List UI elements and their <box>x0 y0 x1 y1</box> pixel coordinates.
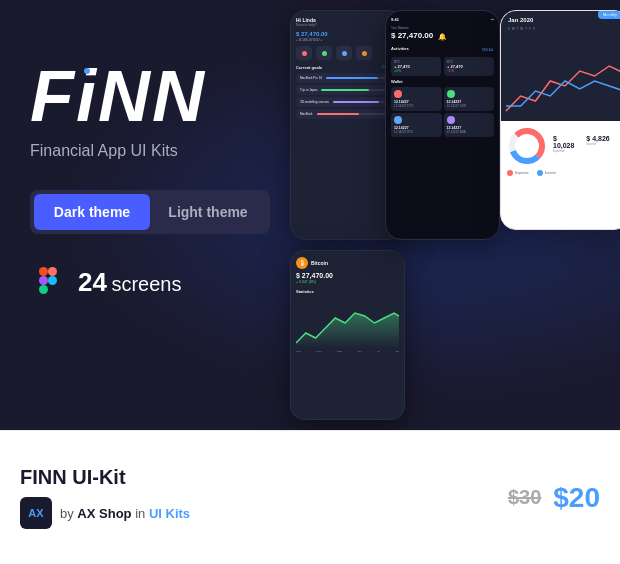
pd-goal-3: 3D modelling courses 88% <box>296 97 399 107</box>
pc-chart-area <box>501 51 620 121</box>
bitcoin-icon: ₿ <box>296 257 308 269</box>
ps-stat-title: Statistics <box>296 289 399 294</box>
bottom-left: FINN UI-Kit AX by AX Shop in UI Kits <box>20 466 508 529</box>
left-content: FiNN Financial App UI Kits Dark theme Li… <box>30 60 270 300</box>
new-price: $20 <box>553 482 600 514</box>
theme-toggle: Dark theme Light theme <box>30 190 270 234</box>
pd-tab-4[interactable] <box>356 46 372 60</box>
pd-goal-4: MacBook 62% <box>296 109 399 119</box>
pd-tab-3[interactable] <box>336 46 352 60</box>
phone-stats: ₿ Bitcoin $ 27,470.00 + 0.047 (0%) Stati… <box>290 250 405 420</box>
pl-activities-title: Activities <box>391 46 409 51</box>
ps-coin-row: ₿ Bitcoin <box>296 257 399 269</box>
ps-amount: $ 27,470.00 <box>296 272 399 279</box>
donut-chart <box>507 126 547 166</box>
expense-label: Expense <box>553 149 578 153</box>
phones-area: Hi Linda Need a help? $ 27,470.00 + $ 16… <box>290 0 620 430</box>
stats-chart-svg <box>296 298 399 348</box>
figma-icon <box>30 264 66 300</box>
pl-balance-label: Your Balance <box>391 26 494 30</box>
svg-rect-3 <box>39 285 48 294</box>
income-stat: $ 4,826 Income <box>586 135 611 153</box>
pl-time: 9:41 <box>391 17 399 22</box>
pl-wallet-grid: 12.14227 12.14227 ETH 12.14227 12.14227 … <box>391 87 494 137</box>
screens-count: 24 screens <box>78 267 181 298</box>
svg-point-4 <box>48 276 57 285</box>
dark-theme-button[interactable]: Dark theme <box>34 194 150 230</box>
pd-section-title: Current goals Completed <box>296 65 399 70</box>
bottom-right: $30 $20 <box>508 482 600 514</box>
phone-calendar: Jan 2020 Monthly S M T W T F S <box>500 10 620 230</box>
ps-change: + 0.047 (0%) <box>296 280 399 284</box>
svg-rect-2 <box>39 276 48 285</box>
svg-rect-0 <box>39 267 48 276</box>
pd-tab-1[interactable] <box>296 46 312 60</box>
bottom-section: FINN UI-Kit AX by AX Shop in UI Kits $30… <box>0 430 620 564</box>
ps-chart-area <box>296 298 399 348</box>
legend-income: Income <box>545 171 556 175</box>
author-row: AX by AX Shop in UI Kits <box>20 497 508 529</box>
pc-body: $ 10,028 Expense $ 4,826 Income Expense <box>501 121 620 181</box>
income-label: Income <box>586 142 611 146</box>
ps-coin-name: Bitcoin <box>311 260 328 266</box>
income-value: $ 4,826 <box>586 135 611 142</box>
author-text: by AX Shop in UI Kits <box>60 506 190 521</box>
product-title: FINN UI-Kit <box>20 466 508 489</box>
figma-row: 24 screens <box>30 264 270 300</box>
pd-tabs-row <box>296 46 399 60</box>
pl-balance: $ 27,470.00 <box>391 31 433 40</box>
old-price: $30 <box>508 486 541 509</box>
author-logo: AX <box>20 497 52 529</box>
pd-amount: $ 27,470.00 <box>296 31 399 37</box>
svg-rect-1 <box>48 267 57 276</box>
pl-see-all[interactable]: SEE ALL <box>482 48 494 52</box>
pl-status-bar: 9:41 ▪▪▪ <box>391 17 494 22</box>
light-theme-button[interactable]: Light theme <box>150 194 266 230</box>
logo-text: FiNN <box>30 60 270 132</box>
calendar-chart-svg <box>501 51 620 121</box>
top-section: FiNN Financial App UI Kits Dark theme Li… <box>0 0 620 430</box>
expense-value: $ 10,028 <box>553 135 578 149</box>
category-link[interactable]: UI Kits <box>149 506 190 521</box>
expense-stat: $ 10,028 Expense <box>553 135 578 153</box>
pd-goal-1: MacBook Pro 16 88% <box>296 73 399 83</box>
pl-wallet-1: 12.14227 12.14227 ETH <box>391 87 442 111</box>
pc-mode-btn[interactable]: Monthly <box>598 10 620 19</box>
legend-expense: Expense <box>515 171 529 175</box>
pl-crypto-1: BTC + 27,470 +0 % <box>391 57 441 76</box>
pd-subtext: Need a help? <box>296 23 317 27</box>
pl-wallet-2: 12.14227 12.14227 USD <box>444 87 495 111</box>
pl-wallet-4: 12.14227 12.14227 ADA <box>444 113 495 137</box>
pl-wallet-title: Wallet <box>391 79 494 84</box>
pc-month: Jan 2020 <box>508 17 533 23</box>
goals-title: Current goals <box>296 65 322 70</box>
pl-crypto-row: BTC + 27,470 +0 % BTC + 27,470 −0 % <box>391 57 494 76</box>
pl-wallet-3: 12.14227 12.14227 BTC <box>391 113 442 137</box>
pd-goal-2: Trip to Japan 75% <box>296 85 399 95</box>
subtitle: Financial App UI Kits <box>30 142 270 160</box>
logo-i-accent: i <box>76 60 98 132</box>
author-name-link[interactable]: AX Shop <box>77 506 131 521</box>
pc-stats-row: $ 10,028 Expense $ 4,826 Income <box>553 135 612 153</box>
pd-loan-info: + $ 166,470.00 + <box>296 38 399 42</box>
pl-crypto-2: BTC + 27,470 −0 % <box>444 57 494 76</box>
logo-area: FiNN <box>30 60 270 132</box>
pc-header: Jan 2020 Monthly S M T W T F S <box>501 11 620 51</box>
phone-light: 9:41 ▪▪▪ Your Balance $ 27,470.00 🔔 Acti… <box>385 10 500 240</box>
pd-tab-2[interactable] <box>316 46 332 60</box>
